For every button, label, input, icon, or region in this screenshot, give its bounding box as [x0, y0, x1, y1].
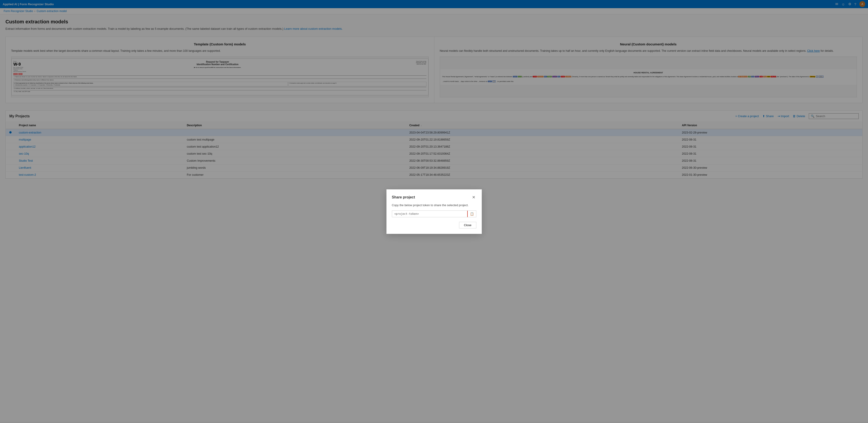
modal-footer: Close — [392, 222, 476, 229]
token-row: 📋 — [392, 210, 476, 217]
share-project-modal: Share project ✕ Copy the below project t… — [386, 189, 482, 234]
token-input[interactable] — [392, 211, 467, 217]
modal-close-button[interactable]: ✕ — [471, 195, 476, 200]
modal-body: Copy the below project token to share th… — [392, 204, 476, 207]
modal-overlay[interactable]: Share project ✕ Copy the below project t… — [0, 0, 868, 422]
modal-header: Share project ✕ — [392, 195, 476, 200]
modal-title: Share project — [392, 195, 415, 199]
copy-token-button[interactable]: 📋 — [467, 211, 476, 217]
close-modal-button[interactable]: Close — [459, 222, 476, 229]
